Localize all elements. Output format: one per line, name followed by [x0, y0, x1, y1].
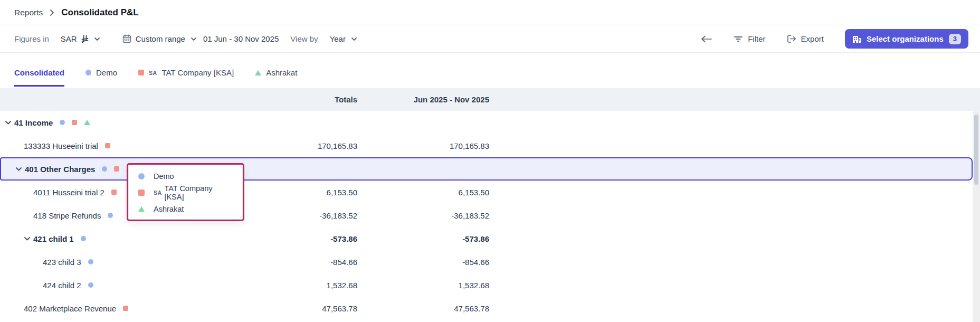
date-range-preset-value: Custom range: [136, 34, 185, 43]
circle-org-marker-icon: [108, 213, 113, 218]
account-row-label: 401 Other Charges: [25, 165, 95, 174]
page-title: Consolidated P&L: [61, 7, 138, 18]
tab-label: Consolidated: [14, 68, 64, 77]
tab-label: TAT Company [KSA]: [161, 68, 234, 77]
square-org-marker-icon: [138, 190, 145, 196]
tooltip-org-item: Ashrakat: [138, 205, 233, 213]
breadcrumb: Reports Consolidated P&L: [0, 0, 980, 25]
square-org-marker-icon: [138, 70, 144, 75]
view-by-label: View by: [290, 34, 318, 43]
consolidated-pl-page: Reports Consolidated P&L Figures in SAR …: [0, 0, 980, 322]
table-row[interactable]: 424 child 21,532.681,532.68: [0, 273, 980, 297]
account-row-label: 4011 Husseini trial 2: [33, 188, 104, 197]
circle-org-marker-icon: [138, 173, 145, 179]
totals-cell-value: 6,153.50: [327, 188, 357, 197]
totals-cell-value: 1,532.68: [327, 281, 357, 290]
chevron-down-icon: [15, 167, 25, 172]
totals-column-header: Totals: [335, 88, 357, 111]
breadcrumb-chevron-icon: [50, 9, 54, 16]
square-org-marker-icon: [111, 190, 117, 195]
period-cell-value: 170,165.83: [450, 141, 489, 150]
view-by-value: Year: [330, 34, 346, 43]
circle-org-marker-icon: [81, 236, 86, 241]
table-row[interactable]: 423 child 3-854.66-854.66: [0, 250, 980, 273]
chevron-down-icon: [351, 37, 357, 41]
tooltip-org-text: SATAT Company [KSA]: [154, 184, 233, 201]
select-organizations-button[interactable]: Select organizations 3: [845, 29, 968, 49]
totals-cell-value: -36,183.52: [319, 211, 357, 220]
table-row[interactable]: 133333 Huseeini trial170,165.83170,165.8…: [0, 134, 980, 157]
vertical-scrollbar-track[interactable]: [973, 111, 980, 322]
period-cell-value: -36,183.52: [451, 211, 489, 220]
tab-tat-company-ksa-[interactable]: SATAT Company [KSA]: [138, 53, 234, 87]
tab-consolidated[interactable]: Consolidated: [14, 53, 64, 87]
circle-org-marker-icon: [102, 166, 107, 172]
figures-in-label: Figures in: [14, 34, 49, 43]
totals-cell-value: 47,563.78: [322, 304, 357, 313]
organizations-tooltip: DemoSATAT Company [KSA]Ashrakat: [127, 163, 244, 221]
chevron-down-icon: [191, 37, 197, 41]
back-button[interactable]: [701, 35, 712, 43]
square-org-marker-icon: [72, 120, 77, 125]
period-cell-value: -854.66: [462, 258, 489, 267]
date-range-value[interactable]: 01 Jun - 30 Nov 2025: [203, 34, 279, 43]
organizations-tooltip-content: DemoSATAT Company [KSA]Ashrakat: [128, 165, 243, 220]
period-cell-value: 1,532.68: [459, 281, 489, 290]
period-cell-value: -573.86: [462, 234, 489, 243]
tooltip-org-item: SATAT Company [KSA]: [138, 184, 233, 201]
select-organizations-label: Select organizations: [867, 34, 944, 43]
tooltip-org-text: Ashrakat: [154, 205, 184, 213]
breadcrumb-reports-link[interactable]: Reports: [14, 8, 43, 17]
triangle-org-marker-icon: [255, 70, 261, 75]
view-by-dropdown[interactable]: Year: [330, 34, 357, 43]
totals-cell-value: -854.66: [330, 258, 357, 267]
account-row-label: 418 Stripe Refunds: [33, 211, 101, 220]
filter-button[interactable]: Filter: [734, 34, 765, 43]
filter-button-label: Filter: [748, 34, 765, 43]
currency-dropdown[interactable]: SAR: [61, 34, 100, 43]
selected-organizations-count-badge: 3: [949, 34, 961, 44]
saudi-riyal-icon: [81, 35, 89, 43]
table-row[interactable]: 421 child 1-573.86-573.86: [0, 227, 980, 250]
totals-cell-value: -573.86: [330, 234, 357, 243]
tooltip-org-label: TAT Company [KSA]: [164, 184, 233, 201]
table-row[interactable]: 41 Income: [0, 111, 980, 134]
square-org-marker-icon: [114, 166, 119, 172]
arrow-left-icon: [701, 35, 712, 43]
country-code-prefix: SA: [154, 190, 161, 196]
circle-org-marker-icon: [60, 120, 65, 125]
tooltip-org-item: Demo: [138, 172, 233, 181]
tab-ashrakat[interactable]: Ashrakat: [255, 53, 297, 87]
account-row-label: 424 child 2: [43, 281, 81, 290]
tab-demo[interactable]: Demo: [85, 53, 117, 87]
calendar-icon: [122, 34, 131, 43]
organization-tabs: ConsolidatedDemoSATAT Company [KSA]Ashra…: [0, 53, 980, 88]
period-cell-value: 6,153.50: [459, 188, 489, 197]
report-toolbar: Figures in SAR Custom range 01 Jun - 30 …: [0, 25, 980, 53]
account-row-label: 423 child 3: [43, 258, 81, 267]
chevron-down-icon: [5, 120, 14, 125]
period-cell-value: 47,563.78: [454, 304, 489, 313]
chevron-down-icon: [94, 37, 100, 41]
export-button[interactable]: Export: [787, 34, 824, 43]
account-row-label: 41 Income: [14, 118, 53, 127]
chevron-down-icon: [24, 236, 33, 241]
triangle-org-marker-icon: [138, 206, 145, 212]
date-range-preset-dropdown[interactable]: Custom range: [122, 34, 197, 43]
tooltip-org-text: Demo: [154, 172, 174, 181]
account-row-label: 402 Marketplace Revenue: [24, 304, 116, 313]
organization-building-icon: [852, 35, 861, 43]
account-row-label: 133333 Huseeini trial: [24, 141, 98, 150]
circle-org-marker-icon: [88, 282, 93, 288]
toolbar-actions: Filter Export Select organizations 3: [701, 29, 968, 49]
country-code-prefix: SA: [149, 70, 157, 76]
tooltip-org-label: Demo: [154, 172, 174, 181]
vertical-scrollbar-thumb[interactable]: [974, 115, 978, 185]
table-row[interactable]: 402 Marketplace Revenue47,563.7847,563.7…: [0, 297, 980, 320]
circle-org-marker-icon: [85, 70, 91, 75]
period-column-header: Jun 2025 - Nov 2025: [414, 88, 489, 111]
square-org-marker-icon: [105, 143, 110, 148]
totals-cell-value: 170,165.83: [318, 141, 357, 150]
account-row-label: 421 child 1: [33, 234, 74, 243]
currency-code: SAR: [61, 34, 77, 43]
